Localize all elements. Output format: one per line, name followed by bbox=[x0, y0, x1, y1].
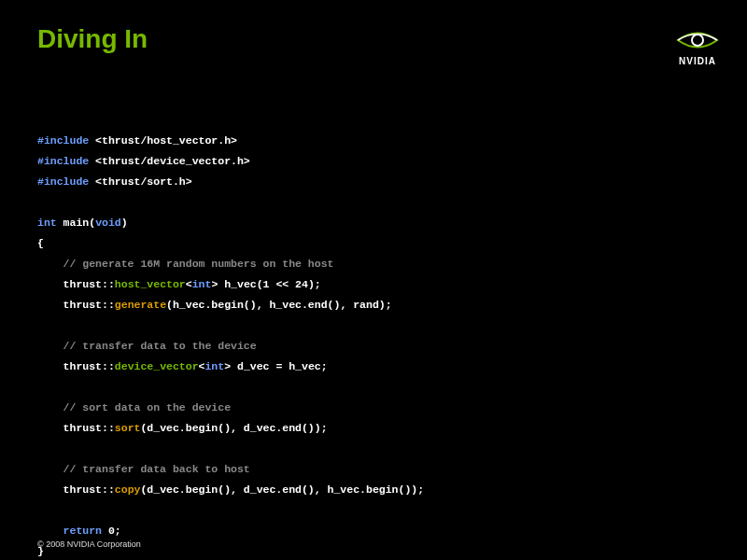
code-comment: // transfer data to the device bbox=[37, 340, 257, 352]
code-text: (d_vec.begin(), d_vec.end(), h_vec.begin… bbox=[140, 483, 424, 496]
code-text: (d_vec.begin(), d_vec.end()); bbox=[140, 422, 327, 434]
code-text: thrust:: bbox=[37, 360, 115, 372]
code-text: thrust:: bbox=[37, 299, 115, 311]
code-text: > h_vec(1 << 24); bbox=[211, 278, 320, 290]
code-text: thrust:: bbox=[37, 422, 115, 434]
code-text: void bbox=[95, 217, 121, 229]
slide-title: Diving In bbox=[37, 24, 148, 54]
code-text: <thrust/host_vector.h> bbox=[89, 134, 237, 147]
code-text: <thrust/device_vector.h> bbox=[89, 155, 250, 167]
nvidia-logo: NVIDIA bbox=[676, 26, 719, 66]
nvidia-eye-icon bbox=[676, 26, 719, 54]
code-text: sort bbox=[115, 422, 141, 434]
copyright-footer: © 2008 NVIDIA Corporation bbox=[37, 539, 141, 549]
code-text: > d_vec = h_vec; bbox=[224, 360, 327, 372]
code-text: int bbox=[192, 278, 212, 290]
code-text: { bbox=[37, 237, 44, 249]
code-comment: // sort data on the device bbox=[37, 401, 231, 413]
code-text: device_vector bbox=[115, 360, 199, 372]
code-text: thrust:: bbox=[37, 483, 115, 496]
code-text: copy bbox=[115, 483, 141, 496]
svg-point-0 bbox=[692, 35, 703, 46]
code-text: #include bbox=[37, 175, 89, 188]
code-text: <thrust/sort.h> bbox=[89, 175, 191, 188]
code-text: int bbox=[37, 217, 57, 229]
code-text: < bbox=[186, 278, 192, 290]
code-text: int bbox=[204, 360, 224, 372]
code-text: ) bbox=[121, 217, 128, 229]
code-text: #include bbox=[37, 155, 89, 167]
code-text: host_vector bbox=[115, 278, 186, 290]
nvidia-logo-text: NVIDIA bbox=[676, 56, 719, 66]
code-text: (h_vec.begin(), h_vec.end(), rand); bbox=[166, 299, 392, 311]
code-text: generate bbox=[115, 299, 166, 311]
code-comment: // transfer data back to host bbox=[37, 463, 250, 475]
code-text: 0; bbox=[102, 525, 121, 537]
code-comment: // generate 16M random numbers on the ho… bbox=[37, 258, 333, 270]
code-text: main( bbox=[57, 217, 95, 229]
code-block: #include <thrust/host_vector.h> #include… bbox=[37, 131, 424, 560]
code-text: #include bbox=[37, 134, 89, 147]
code-text bbox=[37, 525, 63, 537]
code-text: return bbox=[63, 525, 102, 537]
code-text: thrust:: bbox=[37, 278, 115, 290]
